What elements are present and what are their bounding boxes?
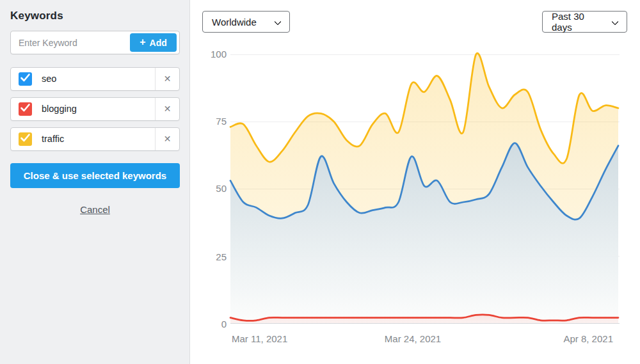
keyword-input[interactable]: [11, 31, 138, 54]
keyword-input-group: + Add: [10, 31, 180, 54]
keywords-panel: Keywords + Add seo ✕ blogging ✕: [0, 0, 190, 364]
trend-chart-svg: [230, 42, 618, 331]
keyword-checkbox-seo[interactable]: [19, 72, 32, 86]
keyword-label: traffic: [42, 128, 64, 150]
y-axis-tick: 0: [186, 319, 227, 329]
check-icon: [20, 133, 31, 145]
remove-keyword-button[interactable]: ✕: [156, 98, 179, 120]
date-range-dropdown[interactable]: Past 30 days: [542, 11, 627, 33]
keyword-label: blogging: [42, 98, 77, 120]
remove-keyword-button[interactable]: ✕: [156, 68, 179, 90]
chevron-down-icon: [274, 18, 281, 25]
check-icon: [20, 103, 31, 115]
x-icon: ✕: [164, 134, 172, 144]
remove-keyword-button[interactable]: ✕: [156, 128, 179, 150]
y-axis-tick: 50: [186, 183, 227, 194]
y-axis-tick: 25: [186, 251, 227, 262]
date-range-dropdown-value: Past 30 days: [552, 11, 605, 33]
check-icon: [20, 73, 31, 85]
x-axis-label: Mar 11, 2021: [232, 333, 287, 344]
x-icon: ✕: [164, 74, 172, 84]
y-axis-tick: 100: [186, 49, 227, 59]
keyword-checkbox-blogging[interactable]: [19, 102, 32, 116]
add-keyword-button[interactable]: + Add: [130, 33, 177, 52]
chevron-down-icon: [611, 18, 618, 25]
region-dropdown-value: Worldwide: [212, 17, 257, 28]
keyword-row: blogging ✕: [10, 97, 180, 121]
panel-title: Keywords: [10, 10, 63, 22]
add-button-label: Add: [150, 38, 167, 48]
x-axis-label: Apr 8, 2021: [563, 333, 613, 344]
x-icon: ✕: [164, 104, 172, 114]
region-dropdown[interactable]: Worldwide: [202, 11, 290, 33]
x-axis-label: Mar 24, 2021: [385, 333, 441, 344]
keyword-checkbox-traffic[interactable]: [19, 132, 32, 146]
close-use-keywords-button[interactable]: Close & use selected keywords: [10, 163, 180, 188]
keyword-row: traffic ✕: [10, 127, 180, 151]
keyword-row: seo ✕: [10, 67, 180, 91]
keyword-label: seo: [42, 68, 56, 90]
plus-icon: +: [140, 37, 145, 47]
y-axis-tick: 75: [186, 116, 227, 127]
cancel-link[interactable]: Cancel: [0, 204, 190, 215]
